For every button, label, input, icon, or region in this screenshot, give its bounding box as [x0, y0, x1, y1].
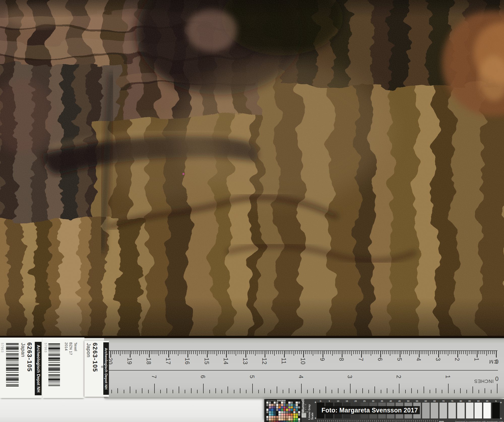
colorchecker-sg-chart: colorchecker DIGITAL SG: [265, 399, 301, 422]
ruler-divider-line: [108, 370, 498, 371]
registration-mark: +: [314, 416, 317, 420]
label-strip-japan: 57963 Japan 6263-105 Archeologisch Depot…: [0, 338, 42, 398]
label-hole: [101, 366, 103, 368]
colorchecker-title: colorchecker DIGITAL SG: [267, 400, 286, 401]
barcode: [6, 343, 19, 386]
label-country: Japan: [20, 343, 26, 357]
munsell-grid-icon: [302, 413, 306, 417]
ruler-cm-zero: 0: [495, 358, 498, 365]
photo-credit: Foto: Margareta Svensson 2017: [322, 407, 418, 414]
munsell-logo-block: Munsell C O L O R Linear Gray Scale: [299, 399, 314, 422]
label-serial: 57963: [1, 343, 4, 352]
label-wreck: BZN 17: [69, 342, 73, 355]
colorchecker-brand: colorchecker: [267, 400, 276, 401]
depot-name: Archeologisch Depot NH: [36, 345, 41, 392]
mm-scale-label: mm: [439, 420, 444, 422]
archaeological-textile-photo: 2019181716151413121110987654321 CM 0 765…: [0, 0, 504, 422]
colorchecker-patch-grid: [266, 402, 300, 422]
ruler-inch-unit: INCHES: [474, 378, 494, 384]
depot-bar: Archeologisch Depot NH: [35, 342, 42, 395]
ruler-inch-zero: 0: [495, 375, 498, 382]
ruler: 2019181716151413121110987654321 CM 0 765…: [104, 338, 504, 398]
label-object-number: 6263-105: [26, 342, 33, 372]
label-object-number: 6263-105: [91, 343, 99, 372]
gray-scale-title: Linear Gray Scale: [308, 401, 314, 420]
photo-credit-plate: Foto: Margareta Svensson 2017: [320, 406, 420, 414]
munsell-brand: Munsell: [301, 401, 305, 413]
registration-mark: +: [314, 400, 317, 404]
registration-mark: +: [500, 401, 502, 404]
registration-mark: +: [500, 416, 502, 420]
card-fine-print: Designed in cooperation with imagingetc.…: [455, 420, 503, 422]
label-site: Texel: [74, 342, 78, 351]
label-serial: 57963: [44, 343, 47, 352]
gray-scale-card: colorchecker DIGITAL SG Munsell C O L O …: [264, 399, 504, 422]
colorchecker-model: DIGITAL SG: [277, 400, 286, 401]
label-strip-texel: 57963 2014 BZN 17 Texel: [42, 338, 84, 398]
barcode: [48, 343, 60, 386]
label-country: Japon: [86, 343, 91, 357]
depot-name: Archeologisch Depot NH: [104, 348, 108, 389]
depot-bar: Archeologisch Depot NH: [103, 342, 109, 395]
fabric-photo: [0, 0, 504, 338]
label-strip-japon: Japon 6263-105 Archeologisch Depot NH: [84, 341, 109, 397]
label-year: 2014: [64, 342, 68, 351]
